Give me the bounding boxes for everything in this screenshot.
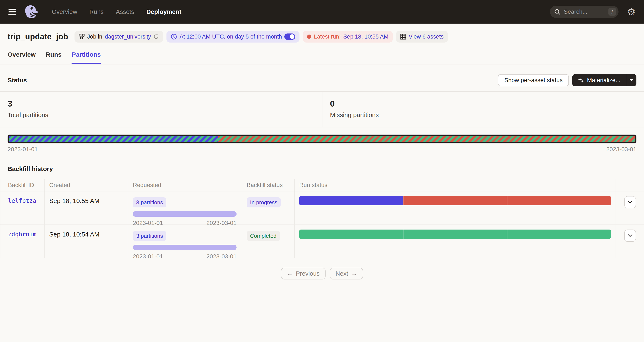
run-status-bar[interactable]: [299, 230, 611, 239]
backfill-table-header: Backfill ID Created Requested Backfill s…: [0, 179, 644, 191]
reload-icon[interactable]: [154, 34, 159, 39]
backfill-id-link[interactable]: zdqbrnim: [8, 231, 36, 238]
missing-partitions-value: 0: [330, 99, 636, 109]
created-value: Sep 18, 10:54 AM: [49, 231, 100, 238]
search-input[interactable]: Search... /: [550, 6, 618, 18]
top-nav: Overview Runs Assets Deployment Search..…: [0, 0, 644, 24]
tab-runs[interactable]: Runs: [46, 51, 62, 64]
missing-partitions-label: Missing partitions: [330, 111, 636, 119]
arrow-left-icon: ←: [287, 270, 293, 277]
run-segment[interactable]: [508, 230, 611, 239]
clock-icon: [171, 34, 177, 40]
tab-partitions[interactable]: Partitions: [72, 51, 100, 64]
nav-link-runs[interactable]: Runs: [90, 9, 104, 15]
chevron-down-icon: [628, 234, 632, 237]
run-segment[interactable]: [508, 196, 611, 205]
partitions-count-badge[interactable]: 3 partitions: [133, 231, 166, 241]
requested-range-bar: [133, 211, 236, 217]
settings-gear-icon[interactable]: ⚙: [627, 7, 636, 17]
materialize-split-button: Materialize...: [572, 74, 636, 86]
latest-run-link[interactable]: Sep 18, 10:55 AM: [343, 34, 388, 40]
partitions-count-badge[interactable]: 3 partitions: [133, 197, 166, 207]
col-requested: Requested: [128, 179, 242, 191]
status-heading: Status: [8, 77, 27, 84]
partition-status-bar[interactable]: [8, 135, 636, 143]
partition-range-end: 2023-03-01: [606, 146, 636, 153]
run-segment[interactable]: [404, 230, 507, 239]
search-placeholder: Search...: [564, 9, 608, 15]
backfill-status-badge: Completed: [247, 231, 280, 241]
materialize-button[interactable]: Materialize...: [572, 74, 626, 86]
view-assets-tag: View 6 assets: [396, 31, 448, 43]
partition-status-bar-section: 2023-01-01 2023-03-01: [8, 135, 636, 153]
col-backfill-status: Backfill status: [242, 179, 295, 191]
latest-run-tag: Latest run: Sep 18, 10:55 AM: [303, 31, 392, 43]
materialize-dropdown-button[interactable]: [626, 74, 636, 86]
caret-down-icon: [630, 79, 633, 82]
requested-end-date: 2023-03-01: [206, 253, 236, 260]
next-page-button[interactable]: Next →: [330, 268, 363, 279]
requested-range-bar: [133, 245, 236, 250]
job-location-tag: Job in dagster_university: [74, 31, 163, 43]
chevron-down-icon: [628, 201, 632, 204]
schedule-label: At 12:00 AM UTC, on day 5 of the month: [180, 34, 282, 40]
job-in-label: Job in: [87, 34, 102, 40]
partition-bar-segment-2[interactable]: [218, 136, 635, 142]
expand-row-button[interactable]: [624, 196, 636, 208]
run-segment[interactable]: [404, 196, 507, 205]
nav-link-deployment[interactable]: Deployment: [146, 9, 182, 15]
col-created: Created: [44, 179, 128, 191]
nav-link-assets[interactable]: Assets: [116, 9, 134, 15]
show-per-asset-status-button[interactable]: Show per-asset status: [498, 74, 569, 86]
partition-bar-segment-1[interactable]: [9, 136, 218, 142]
status-section-header: Status Show per-asset status Materialize…: [0, 74, 644, 87]
nav-link-overview[interactable]: Overview: [52, 9, 77, 15]
expand-row-button[interactable]: [624, 230, 636, 242]
backfill-id-link[interactable]: lelfptza: [8, 197, 36, 204]
pagination: ← Previous Next →: [0, 268, 644, 279]
table-row: zdqbrnim Sep 18, 10:54 AM 3 partitions 2…: [0, 225, 644, 258]
schedule-tag: At 12:00 AM UTC, on day 5 of the month: [166, 31, 300, 43]
partition-stats: 3 Total partitions 0 Missing partitions: [0, 91, 644, 127]
hamburger-menu-icon[interactable]: [8, 9, 16, 15]
table-row: lelfptza Sep 18, 10:55 AM 3 partitions 2…: [0, 191, 644, 225]
asset-grid-icon: [400, 34, 406, 40]
total-partitions-value: 3: [8, 99, 314, 109]
run-segment[interactable]: [299, 230, 403, 239]
backfill-status-badge: In progress: [247, 197, 281, 207]
previous-page-button[interactable]: ← Previous: [281, 268, 326, 279]
sparkle-icon: [578, 77, 584, 83]
created-value: Sep 18, 10:55 AM: [49, 197, 100, 204]
latest-run-label: Latest run:: [314, 34, 341, 40]
view-assets-link[interactable]: View 6 assets: [409, 34, 444, 40]
nav-links: Overview Runs Assets Deployment: [52, 9, 182, 15]
backfill-history-table: Backfill ID Created Requested Backfill s…: [0, 179, 644, 258]
repo-link[interactable]: dagster_university: [105, 34, 151, 40]
search-shortcut-key: /: [608, 8, 616, 16]
col-backfill-id: Backfill ID: [0, 179, 44, 191]
job-graph-icon: [79, 34, 84, 40]
requested-start-date: 2023-01-01: [133, 253, 163, 260]
page-title: trip_update_job: [8, 32, 68, 41]
job-header: trip_update_job Job in dagster_universit…: [0, 30, 644, 43]
total-partitions-label: Total partitions: [8, 111, 314, 119]
col-expand: [616, 179, 644, 191]
dagster-logo-icon[interactable]: [24, 5, 38, 19]
run-segment[interactable]: [299, 196, 403, 205]
stat-total-partitions: 3 Total partitions: [0, 92, 322, 127]
search-icon: [554, 9, 560, 15]
stat-missing-partitions: 0 Missing partitions: [322, 92, 644, 127]
run-status-dot: [307, 35, 311, 39]
partition-range-start: 2023-01-01: [8, 146, 38, 153]
backfill-history-heading: Backfill history: [8, 165, 636, 172]
schedule-toggle[interactable]: [284, 34, 295, 40]
tab-overview[interactable]: Overview: [8, 51, 36, 64]
run-status-bar[interactable]: [299, 196, 611, 205]
job-tabs: Overview Runs Partitions: [0, 51, 644, 65]
arrow-right-icon: →: [351, 270, 357, 277]
col-run-status: Run status: [295, 179, 616, 191]
